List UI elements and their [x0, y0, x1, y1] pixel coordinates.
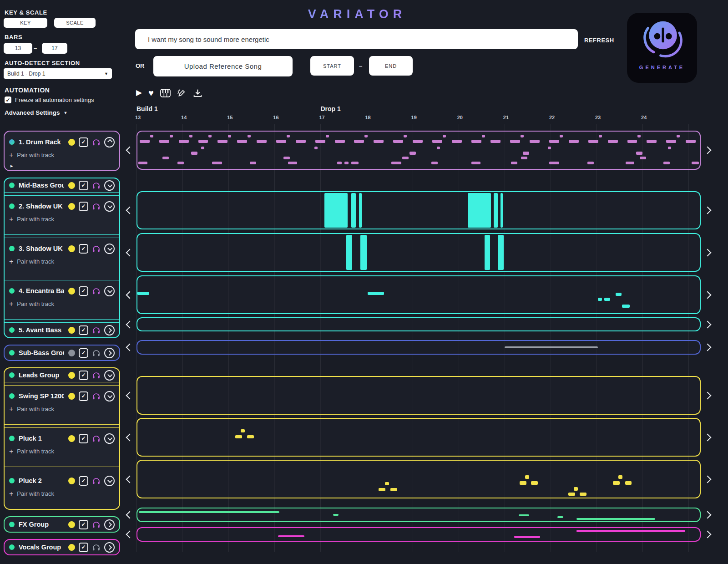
activity-dot[interactable] — [68, 288, 75, 295]
midi-note[interactable] — [568, 493, 575, 496]
midi-note[interactable] — [337, 162, 342, 165]
midi-note[interactable] — [379, 488, 385, 491]
midi-note[interactable] — [391, 162, 401, 165]
activity-dot[interactable] — [68, 139, 75, 146]
track-checkbox[interactable]: ✓ — [79, 434, 88, 443]
refresh-button[interactable]: REFRESH — [584, 37, 614, 44]
midi-note[interactable] — [608, 140, 618, 143]
scroll-left-icon[interactable] — [126, 531, 134, 539]
scroll-left-icon[interactable] — [126, 320, 134, 328]
activity-dot[interactable] — [68, 435, 75, 442]
scroll-right-icon[interactable] — [704, 291, 712, 299]
pair-with-track-button[interactable]: +Pair with track — [9, 406, 115, 412]
midi-note[interactable] — [276, 140, 286, 143]
chevron-circle-down-icon[interactable] — [104, 180, 115, 191]
midi-note[interactable] — [604, 298, 610, 301]
scroll-left-icon[interactable] — [126, 433, 134, 441]
midi-note[interactable] — [250, 162, 256, 165]
chevron-circle-down-icon[interactable] — [104, 201, 115, 212]
lane-drum-rack[interactable] — [136, 131, 701, 170]
midi-note[interactable] — [613, 481, 620, 484]
midi-note[interactable] — [385, 482, 389, 485]
midi-note[interactable] — [333, 514, 339, 516]
midi-note[interactable] — [485, 235, 490, 269]
scale-button[interactable]: SCALE — [54, 18, 96, 28]
track-checkbox[interactable]: ✓ — [79, 244, 88, 254]
track-card[interactable]: Vocals Group✓ — [5, 540, 119, 554]
midi-note[interactable] — [410, 152, 416, 155]
midi-note[interactable] — [686, 140, 696, 143]
scroll-left-icon[interactable] — [126, 511, 134, 519]
midi-note[interactable] — [248, 135, 251, 138]
headphones-icon[interactable] — [92, 181, 101, 190]
activity-dot[interactable] — [68, 350, 75, 356]
track-card[interactable]: 3. Shadow UK B...✓+Pair with track — [5, 238, 119, 277]
midi-note[interactable] — [374, 140, 384, 143]
activity-dot[interactable] — [68, 544, 75, 551]
midi-note[interactable] — [569, 140, 579, 143]
track-checkbox[interactable]: ✓ — [79, 137, 88, 147]
midi-note[interactable] — [521, 135, 524, 138]
chevron-circle-down-icon[interactable] — [104, 391, 115, 401]
midi-note[interactable] — [574, 487, 578, 490]
track-checkbox[interactable]: ✓ — [79, 202, 88, 211]
chevron-circle-right-icon[interactable] — [104, 348, 115, 358]
headphones-icon[interactable] — [92, 244, 101, 253]
headphones-icon[interactable] — [92, 477, 101, 485]
midi-note[interactable] — [170, 135, 173, 138]
midi-note[interactable] — [510, 140, 520, 143]
track-card[interactable]: Swing SP 1200...✓+Pair with track — [5, 386, 119, 424]
midi-note[interactable] — [494, 193, 498, 227]
activity-dot[interactable] — [68, 393, 75, 400]
pair-with-track-button[interactable]: +Pair with track — [9, 490, 115, 497]
scroll-left-icon[interactable] — [126, 249, 134, 256]
chevron-circle-down-icon[interactable] — [104, 476, 115, 486]
scroll-right-icon[interactable] — [704, 249, 712, 256]
midi-note[interactable] — [500, 193, 503, 227]
midi-note[interactable] — [471, 140, 481, 143]
headphones-icon[interactable] — [92, 202, 101, 211]
midi-note[interactable] — [531, 481, 538, 484]
midi-note[interactable] — [364, 135, 368, 138]
midi-note[interactable] — [598, 298, 602, 301]
draw-icon[interactable] — [177, 88, 187, 98]
track-checkbox[interactable]: ✓ — [79, 286, 88, 296]
midi-note[interactable] — [288, 162, 297, 165]
track-card[interactable]: 4. Encantra Bass✓+Pair with track — [5, 280, 119, 319]
end-button[interactable]: END — [369, 56, 413, 76]
scroll-left-icon[interactable] — [126, 207, 134, 214]
track-card[interactable]: 1. Drum Rack✓+Pair with track▶ — [5, 132, 119, 170]
lane-pluck-1[interactable] — [136, 418, 701, 457]
freeze-automation-checkbox[interactable]: ✓ — [5, 97, 11, 103]
pair-with-track-button[interactable]: +Pair with track — [9, 448, 115, 455]
headphones-icon[interactable] — [92, 520, 101, 529]
lane-fx[interactable] — [136, 508, 701, 522]
midi-note[interactable] — [588, 140, 598, 143]
lane-swing[interactable] — [136, 376, 701, 415]
midi-note[interactable] — [191, 152, 197, 155]
midi-note[interactable] — [443, 135, 446, 138]
midi-note[interactable] — [326, 135, 329, 138]
favorite-icon[interactable]: ♥ — [148, 88, 154, 98]
midi-note[interactable] — [247, 435, 254, 438]
midi-note[interactable] — [560, 135, 563, 138]
midi-note[interactable] — [368, 292, 384, 295]
bar-end-input[interactable] — [42, 43, 67, 54]
bar-start-input[interactable] — [4, 43, 32, 54]
midi-note[interactable] — [576, 518, 655, 520]
headphones-icon[interactable] — [92, 349, 101, 357]
midi-note[interactable] — [346, 235, 353, 269]
midi-note[interactable] — [580, 493, 586, 496]
scroll-right-icon[interactable] — [704, 391, 712, 399]
lane-shadow-2[interactable] — [136, 191, 701, 229]
midi-note[interactable] — [626, 162, 635, 165]
midi-note[interactable] — [217, 140, 228, 143]
pair-with-track-button[interactable]: +Pair with track — [9, 258, 115, 265]
midi-note[interactable] — [208, 135, 212, 138]
midi-note[interactable] — [530, 140, 540, 143]
headphones-icon[interactable] — [92, 138, 101, 147]
chevron-circle-down-icon[interactable] — [104, 370, 115, 381]
scroll-right-icon[interactable] — [704, 433, 712, 441]
midi-note[interactable] — [490, 140, 500, 143]
track-card[interactable]: Mid-Bass Group✓ — [5, 178, 119, 192]
